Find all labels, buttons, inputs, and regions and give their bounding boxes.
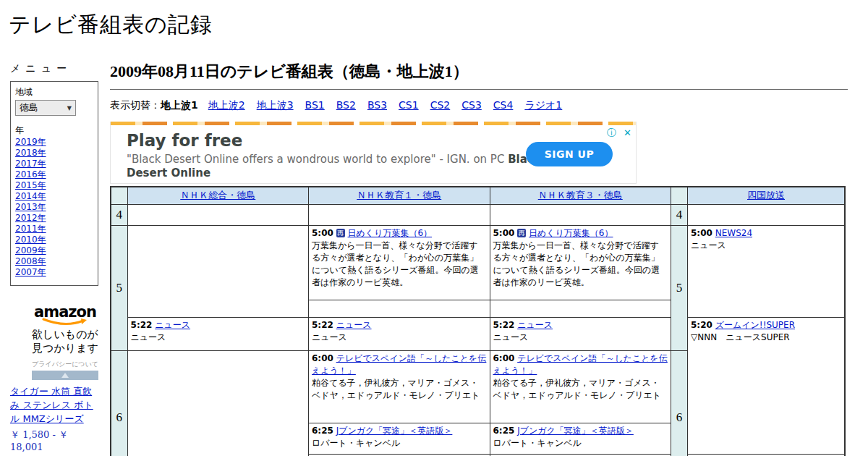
amazon-logo: amazon — [32, 305, 98, 319]
ad-banner[interactable]: ⓘ ✕ Play for free "Black Desert Online o… — [110, 122, 637, 184]
channel-link[interactable]: ＮＨＫ教育３・徳島 — [538, 190, 623, 200]
tab-link[interactable]: BS1 — [305, 99, 325, 111]
year-link[interactable]: 2014年 — [15, 191, 93, 202]
program-desc: ニュース — [691, 240, 841, 252]
program-desc: 万葉集から一日一首、様々な分野で活躍する方々が選者となり、「わが心の万葉集」につ… — [312, 240, 486, 289]
tab-link[interactable]: CS3 — [461, 99, 482, 111]
program-time: 5:00 — [493, 228, 515, 238]
channel-link[interactable]: ＮＨＫ総合・徳島 — [180, 190, 255, 200]
switch-label: 表示切替： — [110, 99, 161, 111]
ad-close-icon[interactable]: ✕ — [624, 127, 631, 138]
table-row: 5 5:00 再 日めくり万葉集（6） 万葉集から一日一首、様々な分野で活躍する… — [111, 225, 845, 300]
program-link[interactable]: 日めくり万葉集（6） — [529, 228, 613, 238]
empty-cell — [688, 204, 845, 225]
year-link[interactable]: 2008年 — [15, 256, 93, 267]
program-link[interactable]: NEWS24 — [715, 228, 752, 238]
amazon-privacy-link[interactable]: プライバシーについて — [32, 360, 98, 369]
channel-header-jrt: 四国放送 — [688, 187, 845, 204]
ad-body: "Black Desert Online offers a wondrous w… — [127, 153, 549, 180]
program-cell: 5:20 ズームイン!!SUPER ▽NNN ニュースSUPER — [688, 317, 845, 454]
year-link[interactable]: 2007年 — [15, 267, 93, 278]
program-link[interactable]: テレビでスペイン語「～したことを伝えよう！」 — [493, 353, 668, 376]
year-link[interactable]: 2010年 — [15, 235, 93, 245]
year-link[interactable]: 2011年 — [15, 224, 93, 235]
empty-cell — [127, 204, 308, 225]
program-link[interactable]: ズームイン!!SUPER — [715, 320, 795, 330]
year-link[interactable]: 2013年 — [15, 202, 93, 213]
program-time: 5:00 — [312, 228, 333, 238]
empty-cell — [309, 204, 490, 225]
program-desc: 万葉集から一日一首、様々な分野で活躍する方々が選者となり、「わが心の万葉集」につ… — [493, 240, 668, 289]
channel-header-nhk-kyoiku1: ＮＨＫ教育１・徳島 — [309, 187, 490, 204]
table-row: 4 4 — [111, 204, 845, 225]
amazon-product-link[interactable]: タイガー 水筒 直飲み ステンレス ボトル MMZシリーズ — [10, 384, 98, 426]
program-cell: 6:00 テレビでスペイン語「～したことを伝えよう！」 粕谷てる子，伊礼彼方，マ… — [490, 350, 671, 423]
tab-link[interactable]: CS4 — [493, 99, 514, 111]
tab-link[interactable]: BS2 — [336, 99, 356, 111]
hour-cell-6: 6 — [111, 350, 127, 456]
tab-link[interactable]: 地上波2 — [208, 99, 245, 111]
program-time: 5:22 — [312, 320, 333, 330]
tab-link[interactable]: CS1 — [399, 99, 419, 111]
program-link[interactable]: 日めくり万葉集（6） — [348, 228, 432, 238]
table-row: 5:22 ニュース ニュース 5:22 ニュース ニュース 5:22 ニュース … — [111, 317, 845, 350]
program-cell: 5:00 再 日めくり万葉集（6） 万葉集から一日一首、様々な分野で活躍する方々… — [490, 225, 671, 300]
tab-link[interactable]: ラジオ1 — [524, 99, 562, 111]
sign-up-button[interactable]: SIGN UP — [526, 142, 613, 166]
channel-link[interactable]: 四国放送 — [747, 190, 785, 200]
year-label: 年 — [15, 124, 93, 137]
ad-top-strip — [111, 122, 636, 125]
year-link[interactable]: 2016年 — [15, 169, 93, 180]
program-time: 6:00 — [493, 353, 515, 363]
region-select-value: 徳島 — [20, 101, 38, 114]
tab-link[interactable]: 地上波3 — [257, 99, 294, 111]
program-link[interactable]: Jブンガク「冥途」＜英語版＞ — [517, 426, 634, 436]
amazon-tagline-1: 欲しいものが — [32, 328, 98, 342]
amazon-collapse-bar[interactable] — [32, 371, 98, 380]
program-link[interactable]: テレビでスペイン語「～したことを伝えよう！」 — [312, 353, 486, 376]
schedule-heading: 2009年08月11日のテレビ番組表（徳島・地上波1） — [110, 61, 848, 90]
program-cell: 5:22 ニュース ニュース — [309, 317, 490, 350]
program-link[interactable]: Jブンガク「冥途」＜英語版＞ — [336, 426, 453, 436]
program-link[interactable]: ニュース — [336, 320, 372, 330]
collapse-arrow-icon — [61, 373, 69, 378]
ad-info-icon[interactable]: ⓘ — [607, 127, 616, 138]
tab-link[interactable]: CS2 — [430, 99, 451, 111]
program-desc: ニュース — [493, 332, 668, 344]
channel-link[interactable]: ＮＨＫ教育１・徳島 — [357, 190, 441, 200]
tab-link[interactable]: BS3 — [367, 99, 387, 111]
amazon-tagline-2: 見つかります — [32, 342, 98, 355]
program-cell: 5:00 再 日めくり万葉集（6） 万葉集から一日一首、様々な分野で活躍する方々… — [309, 225, 490, 300]
year-link[interactable]: 2018年 — [15, 148, 93, 159]
hour-cell-5: 5 — [111, 225, 127, 350]
year-link[interactable]: 2015年 — [15, 180, 93, 191]
rerun-icon: 再 — [336, 229, 345, 237]
program-link[interactable]: ニュース — [517, 320, 553, 330]
empty-cell — [127, 225, 308, 317]
program-cell: 6:25 Jブンガク「冥途」＜英語版＞ ロバート・キャンベル — [490, 423, 671, 454]
year-link[interactable]: 2017年 — [15, 159, 93, 169]
year-link[interactable]: 2012年 — [15, 213, 93, 224]
hour-corner-cell — [111, 187, 127, 204]
channel-header-nhk-sogo: ＮＨＫ総合・徳島 — [127, 187, 308, 204]
program-desc: ニュース — [131, 332, 305, 344]
amazon-logo-link[interactable]: amazon 欲しいものが 見つかります — [32, 305, 98, 355]
schedule-table: ＮＨＫ総合・徳島 ＮＨＫ教育１・徳島 ＮＨＫ教育３・徳島 四国放送 4 4 5 … — [110, 186, 846, 456]
hour-cell-5: 5 — [671, 225, 687, 350]
rerun-icon: 再 — [517, 229, 526, 237]
menu-title: メニュー — [10, 62, 98, 75]
empty-cell — [490, 300, 671, 317]
empty-cell — [127, 350, 308, 456]
year-link[interactable]: 2009年 — [15, 245, 93, 256]
region-label: 地域 — [15, 86, 93, 98]
program-desc: ▽NNN ニュースSUPER — [691, 332, 841, 344]
program-desc: ニュース — [312, 332, 486, 344]
hour-cell-6: 6 — [671, 350, 687, 456]
program-link[interactable]: ニュース — [155, 320, 190, 330]
hour-cell-4: 4 — [111, 204, 127, 225]
program-cell: 5:22 ニュース ニュース — [490, 317, 671, 350]
year-link[interactable]: 2019年 — [15, 137, 93, 148]
program-time: 5:00 — [691, 228, 712, 238]
program-cell: 6:00 テレビでスペイン語「～したことを伝えよう！」 粕谷てる子，伊礼彼方，マ… — [309, 350, 490, 423]
region-select[interactable]: 徳島 ▼ — [15, 100, 76, 116]
